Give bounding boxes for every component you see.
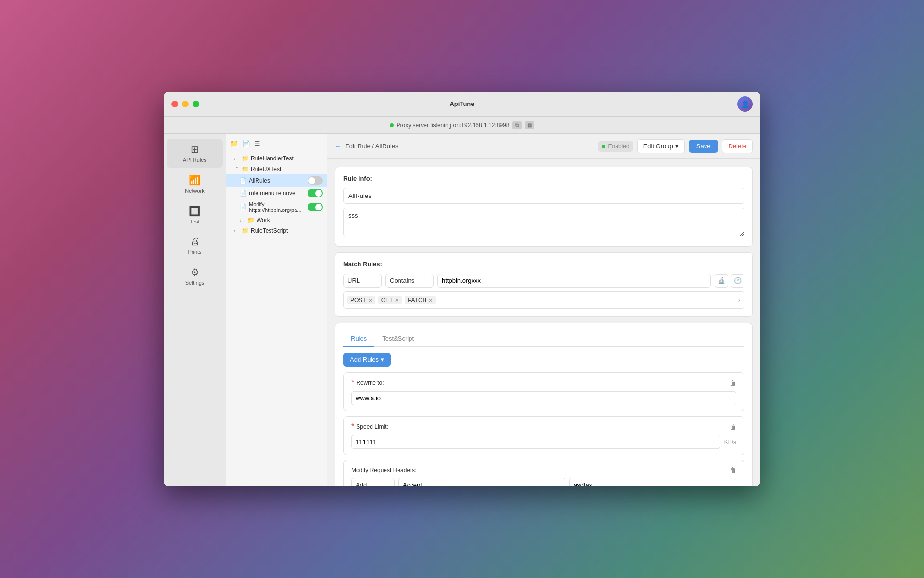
rewrite-to-input[interactable] <box>351 391 736 405</box>
list-icon[interactable]: ☰ <box>254 140 260 147</box>
clock-icon-button[interactable]: 🕐 <box>731 274 744 288</box>
copy-icon[interactable]: ⧉ <box>512 121 522 129</box>
save-button[interactable]: Save <box>689 140 719 153</box>
tree-item-rule-ux-test[interactable]: › 📁 RuleUXTest <box>226 164 327 174</box>
method-tag-patch: PATCH ✕ <box>405 296 436 304</box>
proxy-bar: Proxy server listening on:192.168.1.12:8… <box>164 117 760 134</box>
match-type-select[interactable]: Contains <box>385 274 434 288</box>
sidebar-item-api-rules[interactable]: ⊞ API Rules <box>167 139 223 168</box>
back-button[interactable]: ← <box>335 143 341 150</box>
sidebar-label-settings: Settings <box>185 280 205 286</box>
match-rules-section: Match Rules: URL Contains 🔬 🕐 <box>335 252 753 317</box>
rule-name-input[interactable] <box>343 188 744 204</box>
tree-item-label: RuleTestScript <box>251 227 288 234</box>
proxy-status-text: Proxy server listening on:192.168.1.12:8… <box>397 122 510 129</box>
method-label: PATCH <box>408 297 426 303</box>
prints-icon: 🖨 <box>190 236 200 247</box>
file-tree-toolbar: 📁 📄 ☰ <box>226 134 327 153</box>
rule-menu-remove-toggle[interactable] <box>308 189 323 197</box>
modify-https-toggle[interactable] <box>308 203 323 211</box>
new-folder-icon[interactable]: 📁 <box>230 140 238 147</box>
speed-limit-section: * Speed Limit: 🗑 KB/s <box>343 416 744 455</box>
avatar[interactable]: 👤 <box>737 96 753 112</box>
rewrite-to-label: Rewrite to: <box>356 380 384 386</box>
delete-rewrite-icon[interactable]: 🗑 <box>730 379 736 387</box>
tab-test-script[interactable]: Test&Script <box>374 331 422 347</box>
enabled-status-dot <box>602 144 605 148</box>
sidebar-item-test[interactable]: 🔲 Test <box>167 200 223 229</box>
file-icon: 📄 <box>240 204 247 210</box>
rule-section-header: Modify Request Headers: 🗑 <box>351 466 736 474</box>
rule-description-input[interactable]: sss <box>343 208 744 236</box>
maximize-button[interactable] <box>192 101 199 107</box>
add-rules-button[interactable]: Add Rules ▾ <box>343 353 391 367</box>
enabled-label: Enabled <box>608 143 629 150</box>
tree-arrow-collapsed: › <box>234 228 240 234</box>
delete-speed-limit-icon[interactable]: 🗑 <box>730 423 736 431</box>
rule-section-header: * Rewrite to: 🗑 <box>351 379 736 387</box>
speed-limit-row: KB/s <box>351 435 736 449</box>
tree-item-all-rules[interactable]: 📄 AllRules <box>226 174 327 187</box>
speed-limit-input[interactable] <box>351 435 720 449</box>
url-value-input[interactable] <box>437 274 711 288</box>
new-file-icon[interactable]: 📄 <box>242 140 250 147</box>
match-rule-row: URL Contains 🔬 🕐 <box>343 274 744 288</box>
tree-item-rule-menu-remove[interactable]: 📄 rule menu remove <box>226 187 327 199</box>
toggle-knob <box>308 177 315 184</box>
chevron-down-icon: ▾ <box>381 356 384 363</box>
filter-icon-button[interactable]: 🔬 <box>715 274 728 288</box>
titlebar: ApiTune 👤 <box>164 92 760 117</box>
header-rule-row: Add <box>351 478 736 486</box>
delete-headers-icon[interactable]: 🗑 <box>730 466 736 474</box>
header-name-input[interactable] <box>398 478 565 486</box>
methods-chevron-icon: › <box>738 297 740 303</box>
edit-group-button[interactable]: Edit Group ▾ <box>637 139 685 153</box>
tree-item-modify-https[interactable]: 📄 Modify-https://httpbin.org/pa... <box>226 199 327 215</box>
sidebar-item-settings[interactable]: ⚙ Settings <box>167 262 223 290</box>
breadcrumb: Edit Rule / AllRules <box>345 143 398 150</box>
header-add-select[interactable]: Add <box>351 478 395 486</box>
tree-item-rule-test-script[interactable]: › 📁 RuleTestScript <box>226 225 327 236</box>
add-rules-label: Add Rules <box>350 356 379 363</box>
sidebar-label-test: Test <box>190 219 199 224</box>
sidebar-item-prints[interactable]: 🖨 Prints <box>167 231 223 260</box>
minimize-button[interactable] <box>182 101 189 107</box>
editor-area: ← Edit Rule / AllRules Enabled Edit Grou… <box>327 134 760 486</box>
sidebar-label-prints: Prints <box>188 249 201 255</box>
url-type-select[interactable]: URL <box>343 274 382 288</box>
sidebar-item-network[interactable]: 📶 Network <box>167 170 223 198</box>
tab-rules[interactable]: Rules <box>343 331 374 347</box>
rule-section-header: * Speed Limit: 🗑 <box>351 422 736 431</box>
editor-content: Rule Info: sss Match Rules: URL Contains <box>327 159 760 486</box>
match-rules-title: Match Rules: <box>343 261 744 268</box>
all-rules-toggle[interactable] <box>308 176 323 185</box>
settings-icon: ⚙ <box>191 266 199 278</box>
delete-button[interactable]: Delete <box>722 139 753 153</box>
modify-headers-label: Modify Request Headers: <box>351 467 416 473</box>
editor-toolbar: ← Edit Rule / AllRules Enabled Edit Grou… <box>327 134 760 159</box>
remove-get-button[interactable]: ✕ <box>395 297 399 303</box>
proxy-status-dot <box>390 123 394 127</box>
network-icon: 📶 <box>189 174 201 186</box>
qr-icon[interactable]: ▦ <box>525 121 534 129</box>
required-star: * <box>351 422 354 431</box>
kbs-label: KB/s <box>724 439 736 446</box>
api-rules-icon: ⊞ <box>191 144 199 155</box>
enabled-toggle[interactable]: Enabled <box>598 141 633 152</box>
remove-post-button[interactable]: ✕ <box>368 297 372 303</box>
tree-arrow-collapsed: › <box>240 218 245 223</box>
header-value-input[interactable] <box>569 478 736 486</box>
tree-item-label: AllRules <box>249 177 270 184</box>
methods-row[interactable]: POST ✕ GET ✕ PATCH ✕ › <box>343 291 744 309</box>
method-tag-get: GET ✕ <box>378 296 402 304</box>
file-icon: 📄 <box>240 177 247 184</box>
remove-patch-button[interactable]: ✕ <box>428 297 433 303</box>
tree-item-rule-handler-test[interactable]: › 📁 RuleHandlerTest <box>226 153 327 164</box>
tree-item-label: Work <box>257 217 270 223</box>
close-button[interactable] <box>171 101 178 107</box>
tree-arrow-expanded: › <box>234 166 240 172</box>
folder-icon: 📁 <box>242 227 249 234</box>
tree-item-work[interactable]: › 📁 Work <box>226 215 327 225</box>
toggle-knob <box>315 204 322 210</box>
method-tag-post: POST ✕ <box>347 296 375 304</box>
